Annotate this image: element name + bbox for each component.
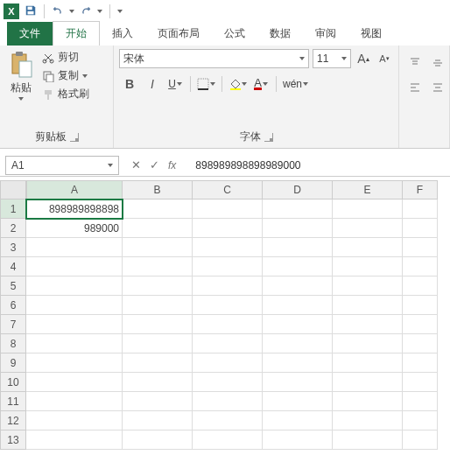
font-launcher[interactable]: [264, 133, 273, 142]
fill-color-button[interactable]: [227, 74, 249, 94]
cell[interactable]: [123, 257, 193, 276]
cell[interactable]: [193, 315, 263, 334]
cell[interactable]: [193, 296, 263, 315]
row-header[interactable]: 3: [0, 238, 26, 257]
cell[interactable]: [263, 200, 333, 219]
increase-font-icon[interactable]: A▴: [355, 50, 372, 67]
name-box[interactable]: A1: [5, 156, 119, 175]
cell[interactable]: [403, 392, 438, 411]
tab-insert[interactable]: 插入: [100, 22, 145, 46]
cell[interactable]: [26, 373, 123, 392]
cell[interactable]: [26, 334, 123, 354]
fx-icon[interactable]: fx: [168, 159, 176, 172]
tab-home[interactable]: 开始: [53, 21, 100, 46]
cell[interactable]: [123, 219, 193, 238]
cell[interactable]: [263, 219, 333, 238]
cell[interactable]: [123, 411, 193, 430]
cell[interactable]: [403, 238, 438, 257]
cell[interactable]: [193, 411, 263, 430]
cell[interactable]: [263, 373, 333, 392]
phonetic-button[interactable]: wén: [281, 74, 310, 94]
col-header[interactable]: A: [26, 180, 123, 200]
bold-button[interactable]: B: [119, 74, 140, 94]
row-header[interactable]: 11: [0, 392, 26, 411]
cell[interactable]: [123, 276, 193, 296]
formula-bar[interactable]: 898989898898989000: [195, 159, 300, 172]
cell[interactable]: [263, 411, 333, 430]
row-header[interactable]: 8: [0, 334, 26, 354]
cell[interactable]: [403, 219, 438, 238]
cell[interactable]: [333, 354, 403, 373]
tab-layout[interactable]: 页面布局: [145, 22, 212, 46]
font-name-select[interactable]: 宋体: [119, 49, 309, 68]
cell[interactable]: [123, 373, 193, 392]
tab-formula[interactable]: 公式: [212, 22, 257, 46]
cell[interactable]: [123, 334, 193, 354]
row-header[interactable]: 12: [0, 411, 26, 430]
redo-dropdown[interactable]: [97, 10, 102, 13]
clipboard-launcher[interactable]: [70, 133, 79, 142]
undo-icon[interactable]: [52, 4, 64, 19]
cell[interactable]: [123, 315, 193, 334]
cell[interactable]: [403, 354, 438, 373]
tab-view[interactable]: 视图: [348, 22, 394, 46]
redo-icon[interactable]: [80, 4, 92, 19]
italic-button[interactable]: I: [142, 74, 163, 94]
select-all-cell[interactable]: [0, 180, 26, 200]
cell[interactable]: [403, 373, 438, 392]
cell[interactable]: [26, 354, 123, 373]
cell[interactable]: [193, 219, 263, 238]
cell[interactable]: [26, 296, 123, 315]
align-center-icon[interactable]: [427, 77, 448, 98]
cell[interactable]: [333, 334, 403, 354]
cell[interactable]: [26, 315, 123, 334]
cell[interactable]: [26, 392, 123, 411]
enter-formula-icon[interactable]: ✓: [150, 158, 159, 172]
cell[interactable]: [26, 430, 123, 450]
cell[interactable]: [26, 257, 123, 276]
undo-dropdown[interactable]: [69, 10, 74, 13]
cell[interactable]: [123, 430, 193, 450]
row-header[interactable]: 7: [0, 315, 26, 334]
cell[interactable]: [193, 334, 263, 354]
cell[interactable]: [263, 392, 333, 411]
row-header[interactable]: 13: [0, 430, 26, 450]
underline-button[interactable]: U: [165, 74, 186, 94]
col-header[interactable]: C: [193, 180, 263, 200]
cell[interactable]: [193, 200, 263, 219]
cell[interactable]: [263, 257, 333, 276]
align-left-icon[interactable]: [404, 77, 425, 98]
cell[interactable]: [26, 276, 123, 296]
cell[interactable]: [333, 296, 403, 315]
row-header[interactable]: 2: [0, 219, 26, 238]
font-size-select[interactable]: 11: [313, 49, 351, 68]
cell[interactable]: [193, 430, 263, 450]
save-icon[interactable]: [25, 4, 37, 19]
copy-button[interactable]: 复制: [40, 67, 91, 84]
row-header[interactable]: 9: [0, 354, 26, 373]
tab-file[interactable]: 文件: [7, 22, 53, 46]
cell[interactable]: [333, 411, 403, 430]
row-header[interactable]: 1: [0, 200, 26, 219]
cell[interactable]: [123, 392, 193, 411]
cell[interactable]: [123, 354, 193, 373]
cell[interactable]: [123, 238, 193, 257]
cell[interactable]: [26, 238, 123, 257]
cell[interactable]: [403, 276, 438, 296]
col-header[interactable]: F: [403, 180, 438, 200]
font-color-button[interactable]: A: [250, 74, 271, 94]
row-header[interactable]: 5: [0, 276, 26, 296]
cell[interactable]: [26, 411, 123, 430]
cell[interactable]: [193, 373, 263, 392]
cell[interactable]: [333, 392, 403, 411]
tab-review[interactable]: 审阅: [303, 22, 348, 46]
cell[interactable]: [193, 238, 263, 257]
align-top-icon[interactable]: [404, 52, 425, 74]
cell[interactable]: [333, 219, 403, 238]
col-header[interactable]: D: [263, 180, 333, 200]
cell-A2[interactable]: 989000: [26, 219, 123, 238]
cell[interactable]: [263, 430, 333, 450]
tab-data[interactable]: 数据: [257, 22, 303, 46]
cancel-formula-icon[interactable]: ✕: [131, 158, 141, 172]
cell[interactable]: [123, 200, 193, 219]
